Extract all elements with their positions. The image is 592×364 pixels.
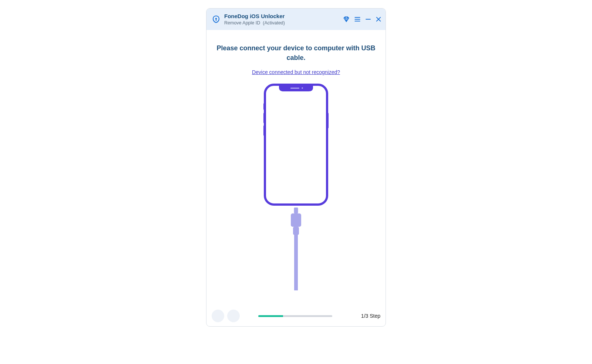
- progress-container: [243, 315, 348, 317]
- title-bar-actions: [343, 16, 382, 23]
- menu-icon[interactable]: [354, 16, 361, 23]
- back-button[interactable]: [227, 310, 240, 322]
- svg-rect-17: [293, 227, 299, 235]
- svg-rect-14: [327, 113, 329, 128]
- progress-fill: [258, 315, 283, 317]
- svg-rect-18: [294, 234, 298, 290]
- minimize-icon[interactable]: [365, 16, 371, 23]
- help-link[interactable]: Device connected but not recognized?: [252, 69, 340, 75]
- svg-rect-12: [263, 113, 265, 123]
- content-area: Please connect your device to computer w…: [206, 30, 386, 306]
- close-icon[interactable]: [375, 16, 382, 23]
- app-title: FoneDog iOS Unlocker: [224, 13, 343, 20]
- app-subtitle: Remove Apple ID (Activated): [224, 20, 343, 26]
- svg-rect-13: [263, 125, 265, 136]
- svg-point-10: [302, 87, 303, 89]
- app-window: FoneDog iOS Unlocker Remove Apple ID (Ac…: [206, 8, 386, 327]
- subtitle-mode: Remove Apple ID: [224, 20, 260, 26]
- title-bar: FoneDog iOS Unlocker Remove Apple ID (Ac…: [206, 9, 386, 30]
- svg-rect-11: [263, 103, 265, 110]
- svg-rect-9: [290, 88, 299, 89]
- progress-bar: [258, 315, 332, 317]
- app-logo-icon: [211, 14, 221, 24]
- step-label: 1/3 Step: [351, 313, 380, 319]
- diamond-icon[interactable]: [343, 16, 350, 23]
- license-status: (Activated): [263, 20, 285, 26]
- phone-illustration: [206, 83, 386, 306]
- home-button[interactable]: [212, 310, 224, 322]
- svg-rect-1: [216, 19, 216, 21]
- svg-rect-16: [291, 213, 301, 227]
- svg-rect-8: [265, 85, 327, 205]
- title-text-block: FoneDog iOS Unlocker Remove Apple ID (Ac…: [224, 13, 343, 26]
- footer-bar: 1/3 Step: [206, 306, 386, 326]
- instruction-text: Please connect your device to computer w…: [215, 43, 377, 63]
- svg-rect-15: [294, 208, 298, 213]
